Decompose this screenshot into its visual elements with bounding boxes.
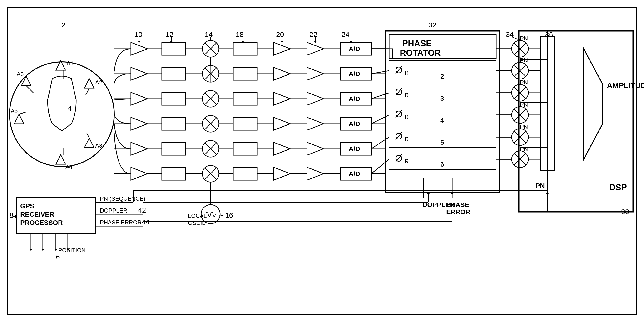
gps-label-2: RECEIVER — [20, 210, 54, 218]
ref-20: 20 — [276, 30, 284, 38]
row-num-2: 2 — [440, 72, 444, 80]
ad-label-2: A/D — [349, 70, 360, 78]
phase-rotator-title2: ROTATOR — [400, 48, 441, 58]
phase-error-label: PHASE ERROR — [100, 219, 142, 226]
svg-rect-82 — [233, 92, 257, 105]
pn-bottom-label: PN — [536, 182, 545, 190]
ad-label-3: A/D — [349, 95, 360, 102]
svg-rect-78 — [233, 42, 257, 55]
phase-rotator-title: PHASE — [402, 38, 432, 48]
ref-8: 8 — [10, 211, 14, 219]
r-label-4: R — [404, 114, 409, 120]
gps-label-3: PROCESSOR — [20, 219, 63, 226]
r-label-6: R — [404, 158, 409, 164]
ad-label-6: A/D — [349, 170, 360, 178]
ref-24: 24 — [342, 30, 349, 38]
position-label: POSITION — [58, 247, 86, 254]
svg-rect-36 — [162, 42, 186, 55]
pn-label-6: PN — [520, 146, 528, 152]
row-num-5: 5 — [440, 139, 444, 146]
ref-4: 4 — [68, 104, 72, 112]
r-label-3: R — [404, 92, 409, 98]
ref-30: 30 — [621, 208, 629, 216]
antenna-a4-label: A4 — [66, 164, 72, 170]
ref-12: 12 — [166, 30, 173, 38]
gps-label-1: GPS — [20, 202, 34, 210]
r-label-2: R — [404, 70, 409, 76]
svg-rect-38 — [162, 67, 186, 80]
svg-rect-44 — [162, 142, 186, 155]
doppler-label: DOPPLER — [100, 207, 127, 214]
antenna-a1-label: A1 — [67, 60, 74, 67]
svg-rect-80 — [233, 67, 257, 80]
phi-symbol-6: Ø — [395, 153, 402, 164]
phi-symbol-2: Ø — [395, 65, 402, 75]
svg-rect-46 — [162, 167, 186, 180]
pn-sequence-label: PN (SEQUENCE) — [100, 196, 146, 202]
diagram-container: A1 A2 A3 A4 A5 A6 2 4 — [0, 0, 644, 322]
row-num-6: 6 — [440, 161, 444, 168]
phi-symbol-3: Ø — [395, 87, 402, 97]
svg-rect-40 — [162, 92, 186, 105]
pn-label-5: PN — [520, 124, 528, 130]
phi-symbol-5: Ø — [395, 131, 402, 141]
phase-error-bottom-label2: ERROR — [446, 208, 470, 216]
pn-label-1: PN — [520, 35, 528, 42]
ref-32: 32 — [428, 21, 436, 29]
svg-rect-86 — [233, 142, 257, 155]
dsp-label: DSP — [609, 182, 627, 192]
pn-label-2: PN — [520, 57, 528, 64]
ad-label-5: A/D — [349, 145, 360, 152]
antenna-a6-label: A6 — [17, 71, 24, 77]
ref-2: 2 — [62, 21, 66, 29]
ref-42: 42 — [138, 206, 146, 214]
svg-rect-42 — [162, 117, 186, 130]
row-num-3: 3 — [440, 95, 444, 102]
phase-error-bottom-label: PHASE — [446, 201, 469, 208]
phi-symbol-4: Ø — [395, 109, 402, 119]
ad-label-4: A/D — [349, 120, 360, 128]
antenna-a3-label: A3 — [95, 142, 102, 149]
local-oscil-label: LOCAL — [188, 212, 207, 219]
pn-label-3: PN — [520, 79, 528, 86]
local-oscil-label2: OSCIL. — [188, 220, 207, 226]
ref-6: 6 — [56, 253, 60, 261]
svg-rect-84 — [233, 117, 257, 130]
ad-label-1: A/D — [349, 45, 360, 52]
ref-22: 22 — [310, 30, 317, 38]
antenna-a2-label: A2 — [95, 79, 102, 86]
ref-18: 18 — [236, 30, 244, 38]
ref-14: 14 — [205, 30, 212, 38]
ref-10: 10 — [134, 30, 142, 38]
ref-16: ~ 16 — [219, 211, 233, 219]
antenna-a5-label: A5 — [11, 108, 18, 114]
r-label-5: R — [404, 136, 409, 142]
row-num-4: 4 — [440, 116, 444, 124]
svg-rect-88 — [233, 167, 257, 180]
amplitude-label: AMPLITUDE — [607, 81, 644, 90]
